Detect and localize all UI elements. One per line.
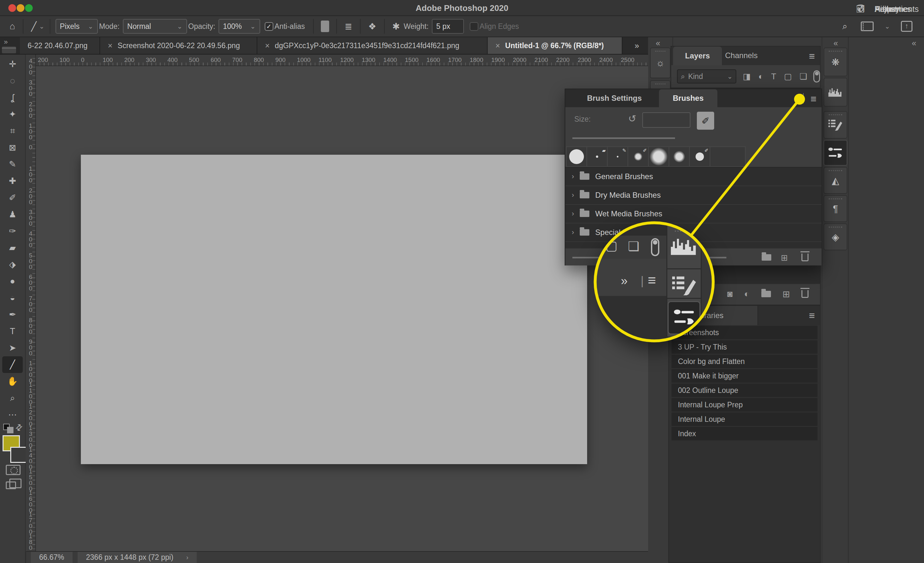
brush-preset-soft-round-medium[interactable] [669,147,690,166]
brush-folder-row[interactable]: › General Brushes [565,168,822,186]
brush-settings-panel-icon[interactable] [824,111,848,139]
align-icon[interactable]: ≣ [345,21,352,32]
healing-brush-tool[interactable]: ✚ [2,173,23,189]
chevron-right-icon[interactable]: › [186,554,188,561]
edit-toolbar-icon[interactable]: ⋯ [2,406,23,423]
brush-folder-row[interactable]: › Dry Media Brushes [565,186,822,205]
filter-shape-icon[interactable]: ▢ [784,72,792,81]
close-icon[interactable]: × [265,41,270,50]
gear-icon[interactable]: ✱ [392,21,400,32]
vertical-ruler[interactable]: 4003002001000100200300400500600700800900… [26,54,36,551]
marquee-tool[interactable]: ◌ [2,72,23,89]
library-item[interactable]: 001 Make it bigger [672,369,818,383]
blend-mode-select[interactable]: Normal ⌄ [123,19,187,34]
brush-preset-tiny-hard-round-pencil[interactable]: ✎ [608,147,628,166]
line-tool[interactable]: ╱ [2,356,23,373]
new-adjustment-icon[interactable]: ◐ [744,289,750,299]
document-tab-active[interactable]: × Untitled-1 @ 66.7% (RGB/8*) [488,37,622,54]
zoom-level-field[interactable]: 66.67% [31,552,72,563]
library-item[interactable]: Internal Loupe [672,413,818,426]
library-item[interactable]: Index [672,427,818,440]
eraser-tool[interactable]: ▰ [2,239,23,256]
learn-panel-icon[interactable]: ☼ [650,48,670,78]
tab-overflow-left[interactable]: » [0,37,20,54]
brush-preset-hard-round-small-brush[interactable]: ✐ [690,147,710,166]
dodge-tool[interactable]: ◒ [2,290,23,306]
horizontal-ruler[interactable]: 2001000100200300400500600700800900100011… [36,54,648,66]
default-colors-icon[interactable] [3,424,14,433]
document-tab[interactable]: × dgGPXcc1yP-0e3c217311e3451f9e31cd214fd… [257,37,488,54]
3d-panel-icon[interactable]: ◈ [824,224,848,250]
swap-colors-icon[interactable]: ⇄ [13,422,25,433]
panel-menu-icon[interactable]: ≡ [809,50,815,62]
panel-menu-icon[interactable]: ≡ [810,93,816,105]
quick-selection-tool[interactable]: ✦ [2,106,23,123]
align-edges-checkbox[interactable] [470,22,478,31]
workspace-icon[interactable] [861,21,874,31]
antialias-checkbox[interactable]: ✓ [265,22,273,31]
document-info[interactable]: 2366 px x 1448 px (72 ppi) › [78,552,196,563]
crop-tool[interactable]: ⌗ [2,123,23,139]
new-brush-icon[interactable]: ⊞ [781,253,788,263]
screen-mode-icon[interactable] [6,482,16,489]
library-item[interactable]: 002 Outline Loupe [672,384,818,397]
close-icon[interactable]: × [495,41,500,50]
collapse-panel-icon[interactable]: « [656,39,659,48]
frame-tool[interactable]: ⊠ [2,139,23,156]
lasso-tool[interactable]: ʆ [2,89,23,106]
active-tool-icon[interactable]: ╱ [31,21,37,32]
tab-overflow-right[interactable]: » [622,37,648,54]
filter-image-icon[interactable]: ◨ [743,72,751,81]
undo-icon[interactable]: ↺ [628,113,636,124]
brush-tool[interactable]: ✐ [2,189,23,206]
hand-tool[interactable]: ✋ [2,373,23,390]
library-item[interactable]: Screenshots [672,326,818,339]
document-tab[interactable]: × Screenshot 2020-06-22 20.49.56.png [100,37,257,54]
quick-mask-icon[interactable] [6,465,21,475]
filter-toggle-icon[interactable] [813,70,820,83]
canvas[interactable] [81,155,587,464]
brush-preview-button[interactable]: ✐ [697,112,714,130]
eyedropper-tool[interactable]: ✎ [2,156,23,173]
new-group-icon[interactable] [761,291,771,297]
collapse-panel-icon[interactable]: « [912,39,915,48]
tool-preset-chevron-icon[interactable]: ⌄ [39,23,45,30]
path-selection-tool[interactable]: ➤ [2,339,23,356]
brushes-panel-icon[interactable] [824,140,848,166]
panel-menu-icon[interactable]: ≡ [809,310,815,321]
stroke-preview-icon[interactable] [321,21,329,32]
tab-brushes[interactable]: Brushes [659,89,717,107]
paragraph-panel-icon[interactable]: ¶ [824,195,848,222]
collapse-panel-icon[interactable]: « [834,39,837,48]
new-layer-icon[interactable]: ⊞ [783,289,790,299]
home-icon[interactable]: ⌂ [10,21,15,32]
weight-input[interactable]: 5 px [432,19,464,34]
draw-mode-select[interactable]: Pixels ⌄ [56,19,98,34]
tab-channels[interactable]: Channels [725,51,758,60]
filter-adjustment-icon[interactable]: ◐ [759,72,764,81]
dock-item-history[interactable]: ↺ History [854,0,922,18]
library-item[interactable]: Internal Loupe Prep [672,398,818,411]
type-tool[interactable]: T [2,323,23,339]
history-brush-tool[interactable]: ✑ [2,223,23,239]
blend-arrange-icon[interactable]: ❖ [368,21,376,32]
add-mask-icon[interactable]: ◙ [728,289,733,299]
close-icon[interactable]: × [108,41,112,50]
histogram-panel-icon[interactable] [824,78,848,107]
pen-tool[interactable]: ✒ [2,306,23,323]
share-icon[interactable]: ↑ [901,21,912,32]
tab-brush-settings[interactable]: Brush Settings [570,89,659,107]
history-panel-icon[interactable]: ◭ [824,167,848,194]
brush-preset-tiny-hard-round-eraser[interactable]: ▰ [587,147,608,166]
background-color-swatch[interactable] [10,447,28,463]
brush-preset-hard-round-large[interactable] [567,147,587,166]
blur-tool[interactable]: ● [2,273,23,290]
brush-size-slider[interactable] [572,137,675,139]
chevron-down-icon[interactable]: ⌄ [885,23,890,30]
delete-brush-icon[interactable] [801,254,808,261]
document-tab[interactable]: 6-22 20.46.07.png [20,37,100,54]
move-tool[interactable]: ✛ [2,56,23,72]
clone-stamp-tool[interactable]: ♟ [2,206,23,223]
library-item[interactable]: Color bg and Flatten [672,355,818,368]
brush-size-input[interactable] [642,113,690,128]
